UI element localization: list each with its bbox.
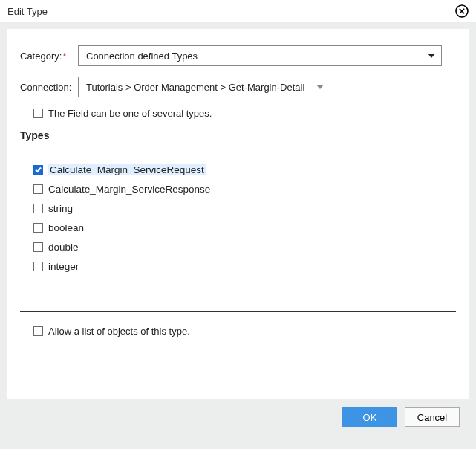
type-item[interactable]: double [33, 237, 456, 256]
chevron-down-icon [428, 54, 435, 58]
edit-type-panel: Category:* Connection defined Types Conn… [6, 28, 470, 400]
type-label: Calculate_Margin_ServiceRequest [48, 164, 206, 175]
multi-type-checkbox[interactable] [33, 109, 43, 118]
category-label: Category:* [20, 51, 78, 62]
connection-value: Tutorials > Order Management > Get-Margi… [86, 82, 304, 93]
connection-label: Connection: [20, 82, 78, 93]
close-button[interactable] [454, 3, 470, 19]
allow-list-label: Allow a list of objects of this type. [48, 326, 190, 337]
divider [20, 149, 456, 149]
allow-list-checkbox[interactable] [33, 326, 43, 336]
dialog-title: Edit Type [7, 6, 454, 17]
type-checkbox[interactable] [33, 242, 43, 252]
connection-select[interactable]: Tutorials > Order Management > Get-Margi… [78, 77, 330, 97]
type-checkbox[interactable] [33, 223, 43, 233]
type-checkbox[interactable] [33, 204, 43, 213]
button-bar: OK Cancel [6, 400, 470, 434]
ok-button[interactable]: OK [342, 407, 397, 427]
required-asterisk: * [62, 51, 66, 62]
title-bar: Edit Type [0, 0, 476, 22]
type-item[interactable]: boolean [33, 218, 456, 237]
type-label: Calculate_Margin_ServiceResponse [48, 184, 210, 195]
type-item[interactable]: Calculate_Margin_ServiceResponse [33, 179, 456, 198]
type-checkbox[interactable] [33, 262, 43, 271]
type-item[interactable]: integer [33, 256, 456, 276]
type-checkbox[interactable] [33, 165, 43, 175]
type-label: integer [48, 261, 79, 272]
cancel-button[interactable]: Cancel [405, 407, 460, 427]
types-heading: Types [20, 129, 456, 146]
multi-type-label: The Field can be one of several types. [48, 108, 212, 119]
type-label: double [48, 242, 79, 253]
close-icon [455, 4, 469, 18]
type-label: boolean [48, 222, 84, 233]
type-item[interactable]: string [33, 198, 456, 218]
divider [20, 311, 456, 312]
type-checkbox[interactable] [33, 184, 43, 194]
type-list: Calculate_Margin_ServiceRequestCalculate… [33, 160, 456, 276]
type-label: string [48, 203, 73, 214]
type-item[interactable]: Calculate_Margin_ServiceRequest [33, 160, 456, 179]
category-select[interactable]: Connection defined Types [78, 45, 442, 66]
category-value: Connection defined Types [86, 51, 198, 62]
chevron-down-icon [316, 85, 324, 89]
